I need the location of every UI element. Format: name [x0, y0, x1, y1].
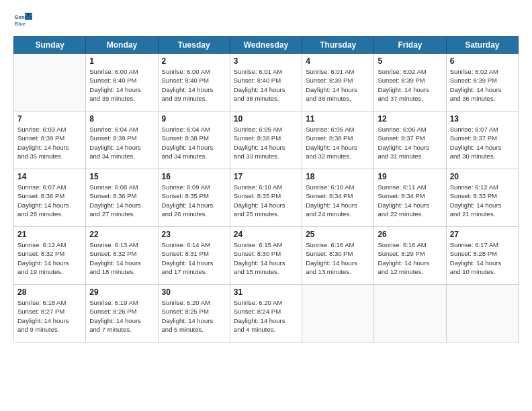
day-info: Sunrise: 6:10 AMSunset: 8:35 PMDaylight:… — [234, 183, 298, 218]
calendar-day-cell: 19Sunrise: 6:11 AMSunset: 8:34 PMDayligh… — [374, 169, 446, 227]
calendar-day-cell: 29Sunrise: 6:19 AMSunset: 8:26 PMDayligh… — [86, 285, 158, 342]
day-number: 12 — [378, 114, 442, 124]
day-number: 31 — [234, 287, 298, 297]
day-info: Sunrise: 6:08 AMSunset: 8:36 PMDaylight:… — [89, 183, 154, 218]
calendar-day-cell: 12Sunrise: 6:06 AMSunset: 8:37 PMDayligh… — [374, 111, 446, 169]
calendar-day-cell: 28Sunrise: 6:18 AMSunset: 8:27 PMDayligh… — [14, 285, 86, 342]
day-info: Sunrise: 6:00 AMSunset: 8:40 PMDaylight:… — [89, 67, 154, 103]
day-number: 2 — [162, 56, 226, 66]
day-info: Sunrise: 6:17 AMSunset: 8:28 PMDaylight:… — [450, 240, 515, 276]
calendar-day-cell: 15Sunrise: 6:08 AMSunset: 8:36 PMDayligh… — [86, 169, 158, 227]
day-info: Sunrise: 6:20 AMSunset: 8:24 PMDaylight:… — [234, 298, 298, 334]
day-info: Sunrise: 6:19 AMSunset: 8:26 PMDaylight:… — [89, 298, 154, 334]
day-number: 5 — [378, 56, 442, 66]
day-number: 8 — [89, 114, 154, 124]
calendar-weekday-header: Monday — [86, 37, 158, 54]
day-number: 30 — [162, 287, 226, 297]
day-number: 20 — [450, 172, 515, 181]
calendar-day-cell: 24Sunrise: 6:15 AMSunset: 8:30 PMDayligh… — [230, 227, 302, 285]
day-number: 11 — [306, 114, 370, 124]
day-info: Sunrise: 6:02 AMSunset: 8:39 PMDaylight:… — [450, 67, 515, 103]
calendar-day-cell: 13Sunrise: 6:07 AMSunset: 8:37 PMDayligh… — [446, 111, 518, 169]
day-info: Sunrise: 6:01 AMSunset: 8:40 PMDaylight:… — [234, 67, 298, 103]
day-number: 7 — [17, 114, 82, 124]
calendar-header-row: SundayMondayTuesdayWednesdayThursdayFrid… — [14, 37, 519, 54]
svg-text:General: General — [15, 14, 32, 20]
svg-text:Blue: Blue — [15, 21, 27, 27]
calendar-weekday-header: Tuesday — [158, 37, 230, 54]
logo: General Blue — [13, 11, 32, 30]
day-info: Sunrise: 6:09 AMSunset: 8:35 PMDaylight:… — [162, 183, 226, 218]
day-info: Sunrise: 6:12 AMSunset: 8:32 PMDaylight:… — [17, 240, 82, 276]
calendar-week-row: 7Sunrise: 6:03 AMSunset: 8:39 PMDaylight… — [14, 111, 519, 169]
calendar-day-cell: 6Sunrise: 6:02 AMSunset: 8:39 PMDaylight… — [446, 54, 518, 111]
calendar-weekday-header: Sunday — [14, 37, 86, 54]
day-info: Sunrise: 6:11 AMSunset: 8:34 PMDaylight:… — [378, 183, 442, 218]
day-number: 1 — [89, 56, 154, 66]
calendar-day-cell: 8Sunrise: 6:04 AMSunset: 8:39 PMDaylight… — [86, 111, 158, 169]
day-number: 26 — [378, 230, 442, 239]
calendar-week-row: 28Sunrise: 6:18 AMSunset: 8:27 PMDayligh… — [14, 285, 519, 342]
day-info: Sunrise: 6:15 AMSunset: 8:30 PMDaylight:… — [234, 240, 298, 276]
page: General Blue SundayMondayTuesdayWednesda… — [0, 0, 532, 411]
calendar-day-cell — [374, 285, 446, 342]
day-number: 28 — [17, 287, 82, 297]
day-info: Sunrise: 6:06 AMSunset: 8:37 PMDaylight:… — [378, 125, 442, 161]
calendar-weekday-header: Friday — [374, 37, 446, 54]
day-info: Sunrise: 6:14 AMSunset: 8:31 PMDaylight:… — [162, 240, 226, 276]
calendar-day-cell: 11Sunrise: 6:05 AMSunset: 8:38 PMDayligh… — [302, 111, 374, 169]
day-info: Sunrise: 6:04 AMSunset: 8:38 PMDaylight:… — [162, 125, 226, 161]
day-info: Sunrise: 6:00 AMSunset: 8:40 PMDaylight:… — [162, 67, 226, 103]
day-number: 21 — [17, 230, 82, 239]
day-info: Sunrise: 6:07 AMSunset: 8:36 PMDaylight:… — [17, 183, 82, 218]
calendar-day-cell: 22Sunrise: 6:13 AMSunset: 8:32 PMDayligh… — [86, 227, 158, 285]
day-info: Sunrise: 6:05 AMSunset: 8:38 PMDaylight:… — [306, 125, 370, 161]
calendar-day-cell: 7Sunrise: 6:03 AMSunset: 8:39 PMDaylight… — [14, 111, 86, 169]
day-info: Sunrise: 6:12 AMSunset: 8:33 PMDaylight:… — [450, 183, 515, 218]
day-info: Sunrise: 6:13 AMSunset: 8:32 PMDaylight:… — [89, 240, 154, 276]
day-number: 25 — [306, 230, 370, 239]
day-info: Sunrise: 6:05 AMSunset: 8:38 PMDaylight:… — [234, 125, 298, 161]
day-number: 17 — [234, 172, 298, 181]
day-number: 16 — [162, 172, 226, 181]
day-number: 3 — [234, 56, 298, 66]
calendar-day-cell: 18Sunrise: 6:10 AMSunset: 8:34 PMDayligh… — [302, 169, 374, 227]
day-number: 22 — [89, 230, 154, 239]
calendar-week-row: 1Sunrise: 6:00 AMSunset: 8:40 PMDaylight… — [14, 54, 519, 111]
day-number: 9 — [162, 114, 226, 124]
calendar-day-cell — [14, 54, 86, 111]
calendar-day-cell: 2Sunrise: 6:00 AMSunset: 8:40 PMDaylight… — [158, 54, 230, 111]
calendar-day-cell: 30Sunrise: 6:20 AMSunset: 8:25 PMDayligh… — [158, 285, 230, 342]
calendar-day-cell: 25Sunrise: 6:16 AMSunset: 8:30 PMDayligh… — [302, 227, 374, 285]
day-info: Sunrise: 6:04 AMSunset: 8:39 PMDaylight:… — [89, 125, 154, 161]
day-number: 4 — [306, 56, 370, 66]
day-info: Sunrise: 6:20 AMSunset: 8:25 PMDaylight:… — [162, 298, 226, 334]
calendar-weekday-header: Thursday — [302, 37, 374, 54]
day-info: Sunrise: 6:10 AMSunset: 8:34 PMDaylight:… — [306, 183, 370, 218]
calendar-day-cell: 26Sunrise: 6:16 AMSunset: 8:29 PMDayligh… — [374, 227, 446, 285]
day-info: Sunrise: 6:07 AMSunset: 8:37 PMDaylight:… — [450, 125, 515, 161]
calendar-day-cell: 5Sunrise: 6:02 AMSunset: 8:39 PMDaylight… — [374, 54, 446, 111]
day-number: 19 — [378, 172, 442, 181]
day-number: 27 — [450, 230, 515, 239]
calendar-day-cell: 20Sunrise: 6:12 AMSunset: 8:33 PMDayligh… — [446, 169, 518, 227]
day-info: Sunrise: 6:02 AMSunset: 8:39 PMDaylight:… — [378, 67, 442, 103]
header: General Blue — [13, 11, 519, 30]
day-number: 23 — [162, 230, 226, 239]
day-number: 29 — [89, 287, 154, 297]
day-number: 13 — [450, 114, 515, 124]
day-number: 6 — [450, 56, 515, 66]
day-number: 15 — [89, 172, 154, 181]
calendar-day-cell: 23Sunrise: 6:14 AMSunset: 8:31 PMDayligh… — [158, 227, 230, 285]
calendar-weekday-header: Saturday — [446, 37, 518, 54]
calendar-day-cell: 1Sunrise: 6:00 AMSunset: 8:40 PMDaylight… — [86, 54, 158, 111]
calendar-day-cell: 3Sunrise: 6:01 AMSunset: 8:40 PMDaylight… — [230, 54, 302, 111]
calendar-table: SundayMondayTuesdayWednesdayThursdayFrid… — [13, 36, 519, 342]
day-info: Sunrise: 6:18 AMSunset: 8:27 PMDaylight:… — [17, 298, 82, 334]
calendar-day-cell: 27Sunrise: 6:17 AMSunset: 8:28 PMDayligh… — [446, 227, 518, 285]
calendar-week-row: 14Sunrise: 6:07 AMSunset: 8:36 PMDayligh… — [14, 169, 519, 227]
calendar-day-cell: 9Sunrise: 6:04 AMSunset: 8:38 PMDaylight… — [158, 111, 230, 169]
day-number: 14 — [17, 172, 82, 181]
day-number: 18 — [306, 172, 370, 181]
calendar-day-cell: 21Sunrise: 6:12 AMSunset: 8:32 PMDayligh… — [14, 227, 86, 285]
